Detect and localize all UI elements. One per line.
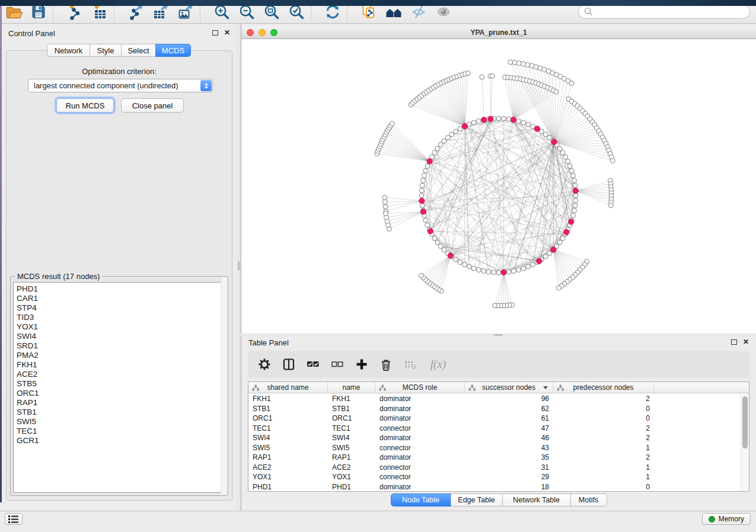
column-header-predecessor-nodes[interactable]: predecessor nodes (553, 382, 654, 393)
float-panel-icon[interactable] (731, 339, 737, 345)
graph-node[interactable] (521, 266, 526, 271)
graph-node[interactable] (454, 257, 458, 262)
graph-node[interactable] (438, 244, 443, 249)
graph-node[interactable] (449, 132, 454, 137)
graph-node[interactable] (471, 266, 476, 271)
table-cell[interactable]: FKH1 (248, 395, 328, 403)
graph-node[interactable] (438, 142, 443, 147)
graph-leaf-node[interactable] (569, 81, 574, 85)
tab-edge-table[interactable]: Edge Table (451, 493, 503, 507)
graph-node[interactable] (432, 236, 437, 241)
tab-motifs[interactable]: Motifs (570, 493, 607, 507)
graph-hub-node[interactable] (569, 219, 574, 225)
graph-leaf-node[interactable] (516, 61, 521, 66)
graph-leaf-node[interactable] (390, 121, 394, 126)
tab-style[interactable]: Style (90, 44, 122, 57)
column-header-shared-name[interactable]: shared name (248, 382, 328, 393)
graph-node[interactable] (502, 116, 506, 121)
column-header-mcds-role[interactable]: MCDS role (375, 382, 465, 393)
table-cell[interactable]: RAP1 (248, 453, 328, 462)
table-cell[interactable]: PHD1 (248, 483, 328, 491)
search-input[interactable] (578, 4, 750, 19)
table-cell[interactable]: 2 (553, 395, 654, 403)
graph-node[interactable] (445, 135, 450, 140)
graph-node[interactable] (420, 183, 425, 188)
graph-leaf-node[interactable] (554, 89, 559, 94)
table-cell[interactable]: YOX1 (328, 473, 375, 481)
graph-leaf-node[interactable] (512, 60, 517, 65)
table-cell[interactable]: 96 (465, 395, 553, 403)
graph-node[interactable] (432, 150, 437, 155)
mcds-result-item[interactable]: SRD1 (14, 341, 225, 351)
graph-node[interactable] (516, 118, 521, 123)
graph-hub-node[interactable] (501, 270, 506, 275)
table-cell[interactable]: STB1 (248, 405, 328, 413)
graph-node[interactable] (419, 193, 424, 198)
table-row[interactable]: ORC1ORC1dominator610 (248, 414, 741, 424)
splitter-grip[interactable] (494, 334, 503, 336)
tab-mcds[interactable]: MCDS (155, 44, 191, 57)
table-cell[interactable]: RAP1 (328, 453, 375, 462)
mcds-result-item[interactable]: PMA2 (14, 351, 225, 360)
graph-node[interactable] (511, 269, 516, 274)
run-mcds-button[interactable]: Run MCDS (56, 98, 114, 113)
graph-node[interactable] (462, 262, 467, 267)
delete-column-trash-icon[interactable] (379, 357, 393, 371)
mcds-result-item[interactable]: STB1 (14, 408, 225, 417)
graph-hub-node[interactable] (537, 258, 542, 264)
table-cell[interactable]: 0 (553, 405, 654, 413)
graph-node[interactable] (572, 208, 577, 213)
graph-node[interactable] (547, 135, 552, 140)
graph-node[interactable] (506, 270, 511, 274)
table-cell[interactable]: SWI4 (248, 434, 328, 442)
table-row[interactable]: ACE2ACE2connector311 (248, 463, 741, 473)
table-cell[interactable]: SWI5 (248, 444, 328, 452)
graph-hub-node[interactable] (419, 198, 425, 203)
select-all-icon[interactable] (306, 357, 320, 371)
graph-node[interactable] (557, 240, 562, 245)
table-cell[interactable]: 2 (553, 453, 654, 462)
graph-node[interactable] (560, 236, 565, 241)
close-panel-button[interactable]: Close panel (121, 98, 184, 113)
graph-leaf-node[interactable] (480, 75, 484, 79)
mcds-result-item[interactable]: ACE2 (14, 370, 225, 379)
graph-node[interactable] (422, 173, 426, 178)
graph-leaf-node[interactable] (608, 203, 613, 208)
graph-hub-node[interactable] (420, 209, 426, 214)
graph-node[interactable] (476, 118, 481, 123)
tab-network-table[interactable]: Network Table (502, 493, 571, 507)
table-cell[interactable]: connector (375, 473, 465, 481)
graph-node[interactable] (420, 203, 425, 208)
graph-hub-node[interactable] (551, 247, 556, 252)
table-cell[interactable]: 0 (553, 483, 654, 491)
graph-leaf-node[interactable] (382, 200, 387, 204)
memory-button[interactable]: Memory (702, 513, 751, 525)
graph-node[interactable] (543, 132, 548, 137)
graph-node[interactable] (572, 178, 577, 183)
graph-node[interactable] (567, 164, 572, 168)
graph-node[interactable] (563, 155, 568, 159)
float-panel-icon[interactable] (212, 30, 218, 36)
table-cell[interactable]: TEC1 (328, 424, 375, 432)
criterion-dropdown[interactable]: largest connected component (undirected) (28, 79, 213, 92)
column-header-successor-nodes[interactable]: successor nodes (465, 382, 553, 393)
graph-node[interactable] (526, 264, 531, 269)
graph-node[interactable] (560, 150, 565, 155)
table-cell[interactable]: 18 (465, 483, 553, 491)
graph-hub-node[interactable] (488, 116, 493, 121)
mcds-result-item[interactable]: CAR1 (14, 294, 225, 303)
mcds-result-item[interactable]: STB5 (14, 379, 225, 389)
graph-node[interactable] (486, 270, 491, 274)
graph-node[interactable] (419, 188, 424, 193)
mcds-result-item[interactable]: GCR1 (14, 436, 225, 446)
graph-node[interactable] (442, 139, 446, 143)
table-cell[interactable]: 29 (465, 473, 553, 481)
table-cell[interactable]: dominator (375, 405, 465, 413)
graph-node[interactable] (573, 198, 578, 203)
mcds-result-item[interactable]: STP4 (14, 303, 225, 313)
table-row[interactable]: YOX1YOX1connector291 (248, 472, 741, 482)
graph-node[interactable] (420, 178, 425, 183)
graph-leaf-node[interactable] (610, 158, 615, 163)
graph-leaf-node[interactable] (383, 211, 388, 216)
close-panel-icon[interactable]: ✕ (224, 30, 230, 36)
